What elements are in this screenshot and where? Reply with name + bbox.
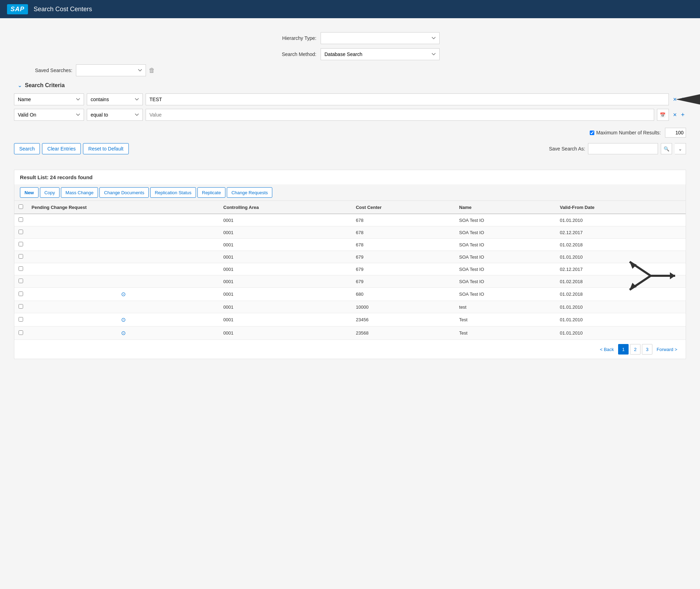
table-row: 0001679SOA Test IO02.12.2017 bbox=[14, 263, 686, 275]
mass-change-button[interactable]: Mass Change bbox=[61, 187, 98, 198]
save-search-area: Save Search As: 🔍 ⌄ bbox=[549, 143, 686, 154]
valid-from-cell: 01.01.2010 bbox=[556, 327, 686, 340]
max-results-label: Maximum Number of Results: bbox=[590, 130, 661, 135]
row-checkbox-cell bbox=[14, 263, 27, 275]
new-button[interactable]: New bbox=[20, 187, 38, 198]
clear-entries-button[interactable]: Clear Entries bbox=[42, 143, 81, 154]
row-checkbox-cell bbox=[14, 239, 27, 251]
result-header: Result List: 24 records found bbox=[14, 170, 686, 184]
criteria-field-select-1[interactable]: Name bbox=[14, 93, 84, 105]
back-button[interactable]: < Back bbox=[597, 344, 617, 355]
row-checkbox-6[interactable] bbox=[19, 292, 23, 296]
reset-to-default-button[interactable]: Reset to Default bbox=[83, 143, 128, 154]
name-cell: SOA Test IO bbox=[455, 214, 556, 226]
remove-criteria-2-btn[interactable]: × bbox=[672, 111, 678, 119]
row-checkbox-7[interactable] bbox=[19, 304, 23, 309]
search-button[interactable]: Search bbox=[14, 143, 40, 154]
criteria-toggle-icon[interactable]: ⌄ bbox=[18, 82, 22, 89]
change-requests-button[interactable]: Change Requests bbox=[227, 187, 272, 198]
save-search-dropdown-btn[interactable]: ⌄ bbox=[675, 143, 686, 154]
search-criteria-section: ⌄ Search Criteria Name contains bbox=[14, 82, 686, 121]
save-search-confirm-btn[interactable]: 🔍 bbox=[661, 143, 672, 154]
hierarchy-type-select[interactable] bbox=[321, 32, 440, 44]
table-body: 0001678SOA Test IO01.01.20100001678SOA T… bbox=[14, 214, 686, 340]
row-checkbox-3[interactable] bbox=[19, 254, 23, 259]
result-toolbar: New Copy Mass Change Change Documents Re… bbox=[14, 184, 686, 201]
criteria-header: ⌄ Search Criteria bbox=[14, 82, 686, 89]
valid-from-cell: 01.02.2018 bbox=[556, 275, 686, 288]
row-checkbox-cell bbox=[14, 327, 27, 340]
hierarchy-type-row: Hierarchy Type: bbox=[14, 32, 686, 44]
row-checkbox-1[interactable] bbox=[19, 230, 23, 234]
row-checkbox-cell bbox=[14, 288, 27, 301]
table-row: 0001679SOA Test IO01.01.2010 bbox=[14, 251, 686, 263]
cost-center-cell[interactable]: 23568 bbox=[352, 327, 455, 340]
row-checkbox-8[interactable] bbox=[19, 317, 23, 322]
add-criteria-2-btn[interactable]: + bbox=[679, 111, 686, 119]
saved-searches-select[interactable] bbox=[76, 64, 146, 76]
col-pending-change-request: Pending Change Request bbox=[27, 201, 219, 214]
row-checkbox-cell bbox=[14, 226, 27, 239]
name-cell: SOA Test IO bbox=[455, 288, 556, 301]
actions-row: Search Clear Entries Reset to Default Sa… bbox=[14, 143, 686, 154]
table-row: 0001678SOA Test IO01.02.2018 bbox=[14, 239, 686, 251]
copy-button[interactable]: Copy bbox=[40, 187, 59, 198]
search-form: Hierarchy Type: Search Method: Database … bbox=[14, 29, 686, 170]
criteria-row-1: Name contains × + bbox=[14, 93, 686, 105]
controlling-area-cell: 0001 bbox=[219, 239, 352, 251]
criteria-row-1-actions: × + bbox=[672, 96, 686, 103]
table-row: 0001678SOA Test IO01.01.2010 bbox=[14, 214, 686, 226]
criteria-operator-select-2[interactable]: equal to bbox=[87, 109, 143, 121]
replicate-button[interactable]: Replicate bbox=[197, 187, 225, 198]
row-checkbox-cell bbox=[14, 275, 27, 288]
cost-center-cell[interactable]: 680 bbox=[352, 288, 455, 301]
max-results-checkbox[interactable] bbox=[590, 131, 594, 135]
max-results-input[interactable] bbox=[665, 128, 686, 138]
valid-from-cell: 02.12.2017 bbox=[556, 226, 686, 239]
pending-icon: ⊙ bbox=[121, 317, 126, 323]
table-row: ⊙0001680SOA Test IO01.02.2018 bbox=[14, 288, 686, 301]
replication-status-button[interactable]: Replication Status bbox=[150, 187, 196, 198]
select-all-checkbox[interactable] bbox=[19, 204, 23, 209]
calendar-btn[interactable]: 📅 bbox=[657, 109, 669, 121]
criteria-value-input-1[interactable] bbox=[146, 93, 669, 105]
page-title: Search Cost Centers bbox=[34, 6, 92, 13]
main-content: Hierarchy Type: Search Method: Database … bbox=[0, 18, 700, 370]
table-row: 0001678SOA Test IO02.12.2017 bbox=[14, 226, 686, 239]
change-documents-button[interactable]: Change Documents bbox=[99, 187, 149, 198]
cost-center-cell: 678 bbox=[352, 226, 455, 239]
save-search-input[interactable] bbox=[588, 143, 658, 154]
remove-criteria-1-btn[interactable]: × bbox=[672, 96, 678, 103]
table-row: 0001679SOA Test IO01.02.2018 bbox=[14, 275, 686, 288]
row-checkbox-5[interactable] bbox=[19, 279, 23, 283]
criteria-operator-select-1[interactable]: contains bbox=[87, 93, 143, 105]
page-2-button[interactable]: 2 bbox=[630, 344, 640, 355]
cost-center-cell: 679 bbox=[352, 263, 455, 275]
col-name: Name bbox=[455, 201, 556, 214]
row-checkbox-4[interactable] bbox=[19, 266, 23, 271]
criteria-field-select-2[interactable]: Valid On bbox=[14, 109, 84, 121]
row-checkbox-cell bbox=[14, 214, 27, 226]
search-method-select[interactable]: Database Search bbox=[321, 48, 440, 60]
controlling-area-cell: 0001 bbox=[219, 226, 352, 239]
page-3-button[interactable]: 3 bbox=[642, 344, 652, 355]
page-1-button[interactable]: 1 bbox=[618, 344, 629, 355]
name-cell: test bbox=[455, 301, 556, 313]
pagination: < Back 1 2 3 Forward > bbox=[14, 340, 686, 359]
row-checkbox-0[interactable] bbox=[19, 217, 23, 222]
app-header: SAP Search Cost Centers bbox=[0, 0, 700, 18]
row-checkbox-2[interactable] bbox=[19, 242, 23, 246]
row-checkbox-9[interactable] bbox=[19, 330, 23, 335]
name-cell: SOA Test IO bbox=[455, 239, 556, 251]
col-valid-from-date: Valid-From Date bbox=[556, 201, 686, 214]
pending-change-request-cell bbox=[27, 301, 219, 313]
add-criteria-1-btn[interactable]: + bbox=[679, 96, 686, 103]
name-cell: SOA Test IO bbox=[455, 251, 556, 263]
delete-saved-search-icon[interactable]: 🗑 bbox=[149, 67, 155, 74]
forward-button[interactable]: Forward > bbox=[654, 344, 680, 355]
pending-change-request-cell: ⊙ bbox=[27, 288, 219, 301]
criteria-value-input-2[interactable] bbox=[146, 109, 654, 121]
pending-change-request-cell: ⊙ bbox=[27, 313, 219, 327]
cost-center-cell[interactable]: 23456 bbox=[352, 313, 455, 327]
table-container: Pending Change Request Controlling Area … bbox=[14, 201, 686, 340]
